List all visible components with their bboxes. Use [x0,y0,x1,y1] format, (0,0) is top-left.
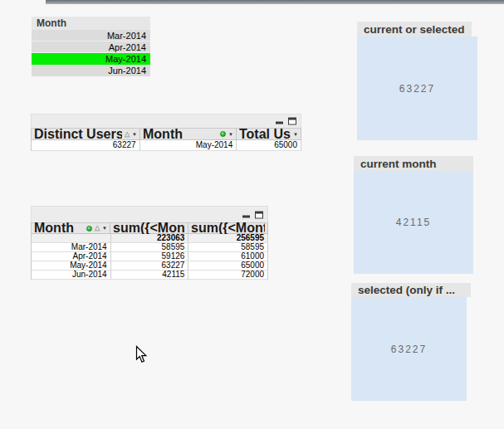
column-header-month[interactable]: Month ▼ [140,129,237,140]
dropdown-icon[interactable]: ▼ [132,132,137,137]
column-header-total-users[interactable]: Total Users ▼ [237,129,301,140]
listbox-item-mar-2014[interactable]: Mar-2014 [32,30,150,41]
dropdown-icon[interactable]: ▼ [293,132,298,137]
cell-sum-1[interactable]: 59126 [111,252,189,261]
cell-sum-2[interactable]: 72000 [188,271,268,280]
cell-month[interactable]: Apr-2014 [32,252,111,261]
kpi-body: 42115 [354,171,473,274]
maximize-icon[interactable] [288,118,296,125]
listbox-item-may-2014-selected[interactable]: May-2014 [32,53,150,65]
table-row: 63227 May-2014 65000 [32,140,301,151]
cell-month[interactable]: May-2014 [140,140,237,151]
cell-sum-1[interactable]: 63227 [111,261,189,271]
kpi-caption[interactable]: current month [354,156,473,171]
minimize-icon[interactable] [242,215,250,217]
cell-total-users[interactable]: 65000 [237,140,301,151]
sort-indicator-icon: △ [95,225,100,232]
column-label: Month [143,127,218,142]
column-label: Total Users [239,127,291,142]
totals-cell: 223063 [111,234,189,243]
cell-month[interactable]: Mar-2014 [32,243,111,252]
table-row: Jun-2014 42115 72000 [32,271,268,280]
dropdown-icon[interactable]: ▼ [228,132,233,137]
mouse-cursor-icon [135,345,148,364]
listbox-item-apr-2014[interactable]: Apr-2014 [32,41,150,53]
kpi-caption[interactable]: current or selected [357,22,472,37]
column-header-distinct-users[interactable]: Distinct Users △ ▼ [32,129,140,140]
kpi-value: 63227 [399,83,435,95]
table-header-row: Distinct Users △ ▼ Month ▼ Total Users ▼ [32,129,301,140]
totals-cell: 256595 [188,234,268,243]
minimize-icon[interactable] [276,122,283,124]
cell-sum-2[interactable]: 65000 [188,261,268,271]
selected-users-table-caption[interactable] [31,114,301,128]
cell-month[interactable]: May-2014 [32,261,111,271]
dropdown-icon[interactable]: ▼ [102,226,107,231]
cell-sum-1[interactable]: 42115 [111,271,189,280]
monthly-breakdown-table-caption[interactable] [31,206,268,222]
month-listbox-caption[interactable]: Month [32,17,150,30]
kpi-current-month: current month 42115 [354,156,473,274]
totals-cell [32,234,111,243]
kpi-current-or-selected: current or selected 63227 [357,22,477,140]
kpi-body: 63227 [351,297,467,401]
listbox-item-jun-2014[interactable]: Jun-2014 [32,65,150,76]
month-listbox: Month Mar-2014 Apr-2014 May-2014 Jun-201… [32,17,150,76]
column-header-sum-expression-1[interactable]: sum({<Month… [110,223,188,234]
kpi-body: 63227 [357,37,477,140]
cell-sum-1[interactable]: 58595 [111,243,189,252]
maximize-icon[interactable] [255,211,263,218]
kpi-value: 42115 [396,217,431,228]
column-label: Distinct Users [34,127,122,142]
kpi-selected-only-if: selected (only if ... 63227 [351,283,471,401]
table-header-row: Month △ ▼ sum({<Month… sum({<Month… [32,223,268,234]
kpi-caption[interactable]: selected (only if ... [351,283,471,297]
column-header-sum-expression-2[interactable]: sum({<Month… [188,223,268,234]
table-row: Mar-2014 58595 58595 [32,243,268,252]
cell-sum-2[interactable]: 61000 [188,252,268,261]
totals-row: 223063 256595 [32,234,268,243]
window-edge-bar [46,0,504,4]
selected-field-dot-icon [220,131,226,137]
table-row: May-2014 63227 65000 [32,261,268,271]
selected-users-table: Distinct Users △ ▼ Month ▼ Total Users ▼… [31,114,301,151]
cell-distinct-users[interactable]: 63227 [32,140,140,151]
cell-sum-2[interactable]: 58595 [188,243,268,252]
column-header-month[interactable]: Month △ ▼ [32,223,110,234]
monthly-breakdown-table: Month △ ▼ sum({<Month… sum({<Month… 2230… [31,206,268,280]
kpi-value: 63227 [391,344,427,355]
table-row: Apr-2014 59126 61000 [32,252,268,261]
cell-month[interactable]: Jun-2014 [32,271,111,280]
sort-indicator-icon: △ [125,131,130,138]
selected-field-dot-icon [86,226,92,232]
